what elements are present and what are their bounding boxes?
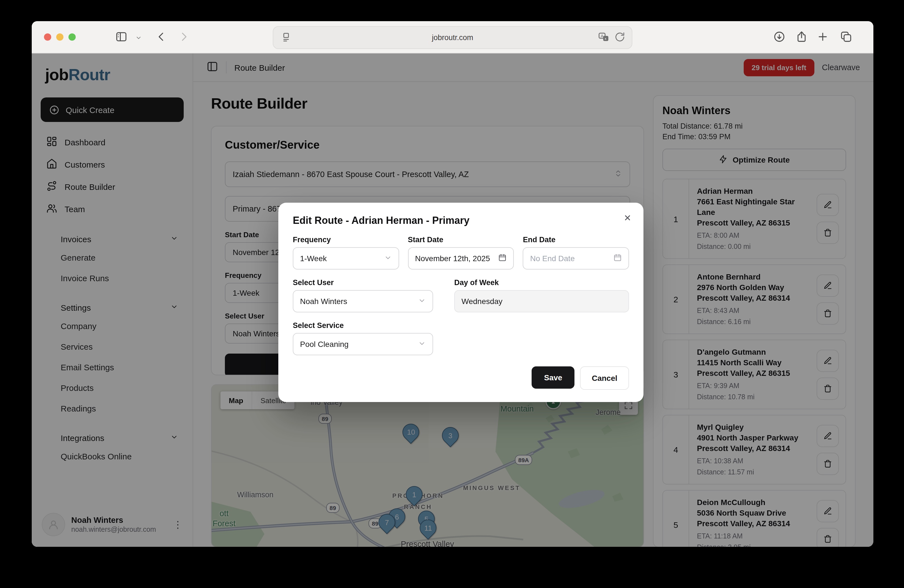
browser-window: jobroutr.com Ax	[32, 21, 873, 547]
end-date-input[interactable]: No End Date	[523, 247, 629, 270]
frequency-select[interactable]: 1-Week	[293, 247, 399, 270]
day-of-week-value: Wednesday	[461, 297, 503, 306]
start-date-label: Start Date	[408, 236, 514, 244]
tab-overview-icon[interactable]	[840, 31, 852, 45]
zoom-window-button[interactable]	[68, 33, 76, 41]
start-date-value: November 12th, 2025	[415, 254, 490, 263]
sidebar-chevron-icon[interactable]	[135, 33, 142, 43]
select-user-select[interactable]: Noah Winters	[293, 290, 433, 312]
calendar-icon	[613, 253, 622, 263]
end-date-placeholder: No End Date	[530, 254, 575, 263]
svg-text:A: A	[601, 33, 604, 38]
modal-title: Edit Route - Adrian Herman - Primary	[293, 215, 629, 227]
chevron-down-icon	[418, 297, 426, 306]
day-of-week-input: Wednesday	[454, 290, 629, 312]
frequency-label: Frequency	[293, 236, 399, 244]
share-icon[interactable]	[795, 31, 808, 45]
minimize-window-button[interactable]	[56, 33, 63, 41]
close-window-button[interactable]	[44, 33, 51, 41]
select-service-value: Pool Cleaning	[300, 340, 348, 349]
start-date-input[interactable]: November 12th, 2025	[408, 247, 514, 270]
browser-toolbar: jobroutr.com Ax	[32, 21, 873, 54]
chevron-down-icon	[384, 254, 392, 263]
downloads-icon[interactable]	[773, 31, 785, 45]
close-icon[interactable]: ✕	[624, 213, 631, 223]
url-text: jobroutr.com	[432, 33, 473, 42]
reader-icon[interactable]	[281, 32, 292, 44]
day-of-week-label: Day of Week	[454, 278, 629, 287]
edit-route-modal: Edit Route - Adrian Herman - Primary ✕ F…	[278, 203, 643, 402]
svg-text:x: x	[605, 36, 607, 41]
back-icon[interactable]	[155, 31, 168, 45]
end-date-label: End Date	[523, 236, 629, 244]
new-tab-icon[interactable]	[817, 31, 829, 45]
select-service-label: Select Service	[293, 321, 433, 330]
select-user-value: Noah Winters	[300, 297, 347, 306]
frequency-value: 1-Week	[300, 254, 327, 263]
window-controls	[44, 33, 76, 41]
address-bar[interactable]: jobroutr.com Ax	[273, 26, 632, 49]
forward-icon	[178, 31, 190, 45]
translate-icon[interactable]: Ax	[598, 32, 610, 44]
calendar-icon	[498, 253, 507, 263]
select-user-label: Select User	[293, 278, 433, 287]
chevron-down-icon	[418, 339, 426, 349]
cancel-button[interactable]: Cancel	[580, 367, 629, 390]
desktop: jobroutr.com Ax	[0, 0, 904, 588]
reload-icon[interactable]	[615, 32, 625, 44]
sidebar-toggle-icon[interactable]	[115, 31, 128, 45]
save-button[interactable]: Save	[532, 367, 574, 389]
select-service-select[interactable]: Pool Cleaning	[293, 333, 433, 355]
